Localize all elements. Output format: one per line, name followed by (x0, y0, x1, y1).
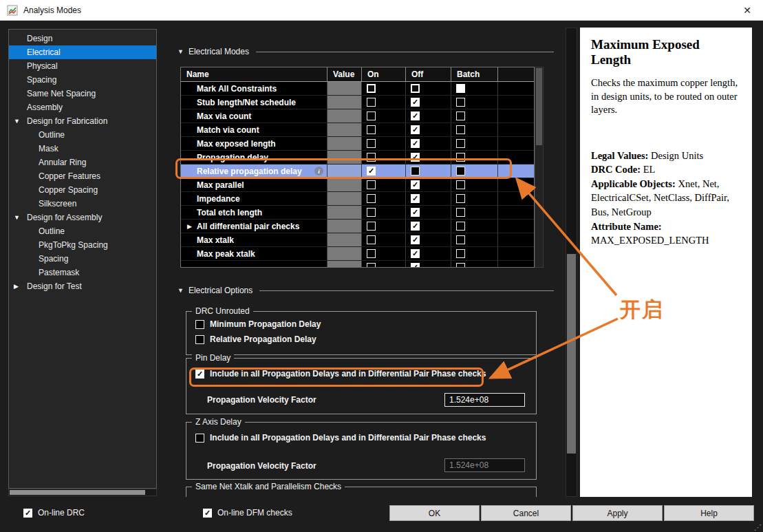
off-checkbox[interactable] (411, 167, 420, 175)
sidebar-item-pkgtopkg-spacing[interactable]: PkgToPkg Spacing (9, 238, 156, 252)
mode-row-max-peak-xtalk[interactable]: Max peak xtalk✓ (181, 247, 534, 261)
mode-value-cell[interactable] (327, 123, 362, 136)
sidebar-item-design[interactable]: Design (9, 32, 156, 45)
ok-button[interactable]: OK (389, 505, 480, 521)
batch-checkbox[interactable] (456, 125, 465, 134)
mode-value-cell[interactable] (327, 220, 362, 233)
mode-row-all-differential-pair-checks[interactable]: ▶All differential pair checks✓ (181, 220, 534, 233)
mode-row-max-xtalk[interactable]: Max xtalk✓ (181, 233, 534, 247)
mode-value-cell[interactable] (327, 82, 362, 95)
on-checkbox[interactable] (367, 111, 376, 120)
off-checkbox[interactable]: ✓ (411, 139, 420, 148)
option-relative-propagation-delay[interactable]: Relative Propagation Delay (195, 334, 316, 344)
off-checkbox[interactable]: ✓ (411, 98, 420, 107)
off-checkbox[interactable]: ✓ (411, 263, 420, 268)
mode-value-cell[interactable] (327, 151, 362, 164)
batch-checkbox[interactable] (456, 263, 465, 268)
mode-row-clipped[interactable]: ✓ (181, 261, 534, 268)
mode-value-cell[interactable] (327, 164, 362, 178)
checkbox[interactable]: ✓ (195, 370, 204, 379)
on-checkbox[interactable] (367, 249, 376, 258)
info-icon[interactable]: i (314, 167, 323, 175)
sidebar-item-physical[interactable]: Physical (9, 59, 156, 73)
apply-button[interactable]: Apply (572, 505, 663, 521)
batch-checkbox[interactable] (456, 153, 465, 162)
mode-row-mark-all-constraints[interactable]: Mark All Constraints (181, 82, 534, 96)
scrollbar-thumb[interactable] (567, 254, 576, 454)
sidebar-item-design-for-test[interactable]: ▶Design for Test (9, 279, 156, 293)
sidebar-item-silkscreen[interactable]: Silkscreen (9, 197, 156, 211)
close-icon[interactable]: ✕ (733, 0, 762, 20)
online-dfm-checkbox-row[interactable]: ✓ On-line DFM checks (198, 508, 292, 518)
electrical-options-section-header[interactable]: ▼ Electrical Options (178, 285, 554, 296)
on-checkbox[interactable] (367, 235, 376, 244)
mode-row-impedance[interactable]: Impedance✓ (181, 192, 534, 206)
off-checkbox[interactable] (411, 84, 420, 93)
checkbox[interactable] (195, 434, 204, 443)
mode-value-cell[interactable] (327, 96, 362, 109)
checkbox[interactable] (195, 320, 204, 329)
sidebar-item-pastemask[interactable]: Pastemask (9, 266, 156, 279)
scrollbar-thumb[interactable] (10, 490, 145, 495)
electrical-modes-section-header[interactable]: ▼ Electrical Modes (178, 46, 554, 57)
collapse-icon[interactable]: ▼ (178, 287, 184, 294)
cancel-button[interactable]: Cancel (481, 505, 571, 521)
velocity-factor-input[interactable]: 1.524e+08 (444, 393, 525, 407)
off-checkbox[interactable]: ✓ (411, 208, 420, 217)
option-z-axis-include[interactable]: Include in all Propagation Delays and in… (195, 433, 486, 443)
mode-value-cell[interactable] (327, 109, 362, 123)
mode-value-cell[interactable] (327, 247, 362, 260)
option-pin-delay-include[interactable]: ✓ Include in all Propagation Delays and … (195, 369, 486, 379)
checkbox[interactable]: ✓ (203, 509, 212, 518)
mode-value-cell[interactable] (327, 206, 362, 219)
off-checkbox[interactable]: ✓ (411, 222, 420, 231)
scrollbar-thumb[interactable] (536, 68, 542, 145)
off-checkbox[interactable]: ✓ (411, 235, 420, 244)
sidebar-item-same-net-spacing[interactable]: Same Net Spacing (9, 87, 156, 100)
off-checkbox[interactable]: ✓ (411, 125, 420, 134)
checkbox[interactable] (195, 335, 204, 344)
mode-row-relative-propagation-delay[interactable]: Relative propagation delayi✓ (181, 164, 534, 178)
batch-checkbox[interactable] (456, 98, 465, 107)
off-checkbox[interactable]: ✓ (411, 111, 420, 120)
chevron-right-icon[interactable]: ▶ (14, 279, 19, 293)
batch-checkbox[interactable] (456, 111, 465, 120)
sidebar-item-copper-spacing[interactable]: Copper Spacing (9, 183, 156, 197)
on-checkbox[interactable] (367, 180, 376, 189)
sidebar-item-copper-features[interactable]: Copper Features (9, 169, 156, 183)
chevron-down-icon[interactable]: ▼ (14, 114, 20, 128)
batch-checkbox[interactable] (456, 139, 465, 148)
mode-value-cell[interactable] (327, 178, 362, 191)
sidebar-item-design-for-assembly[interactable]: ▼Design for Assembly (9, 211, 156, 224)
off-checkbox[interactable]: ✓ (411, 249, 420, 258)
sidebar-item-annular-ring[interactable]: Annular Ring (9, 156, 156, 169)
sidebar-item-assembly[interactable]: Assembly (9, 100, 156, 114)
on-checkbox[interactable] (367, 84, 376, 93)
on-checkbox[interactable] (367, 125, 376, 134)
table-vertical-scrollbar[interactable] (535, 67, 544, 268)
mode-value-cell[interactable] (327, 233, 362, 246)
collapse-icon[interactable]: ▼ (178, 48, 184, 55)
mode-row-max-via-count[interactable]: Max via count✓ (181, 109, 534, 123)
mode-row-stub-length-net-schedule[interactable]: Stub length/Net schedule✓ (181, 96, 534, 109)
sidebar-item-mask[interactable]: Mask (9, 142, 156, 156)
chevron-down-icon[interactable]: ▼ (14, 211, 20, 224)
mode-value-cell[interactable] (327, 261, 362, 268)
batch-checkbox[interactable] (456, 167, 465, 175)
sidebar-item-electrical[interactable]: Electrical (9, 45, 156, 59)
sidebar-item-design-for-fabrication[interactable]: ▼Design for Fabrication (9, 114, 156, 128)
on-checkbox[interactable] (367, 98, 376, 107)
mode-row-max-parallel[interactable]: Max parallel✓ (181, 178, 534, 192)
batch-checkbox[interactable] (456, 84, 465, 93)
batch-checkbox[interactable] (456, 208, 465, 217)
batch-checkbox[interactable] (456, 180, 465, 189)
expand-icon[interactable]: ▶ (187, 220, 192, 233)
batch-checkbox[interactable] (456, 249, 465, 258)
resize-grip-icon[interactable]: ⋰ (754, 523, 762, 532)
mode-row-match-via-count[interactable]: Match via count✓ (181, 123, 534, 137)
help-button[interactable]: Help (664, 505, 754, 521)
on-checkbox[interactable] (367, 222, 376, 231)
option-min-propagation-delay[interactable]: Minimum Propagation Delay (195, 319, 321, 329)
on-checkbox[interactable] (367, 139, 376, 148)
batch-checkbox[interactable] (456, 194, 465, 203)
